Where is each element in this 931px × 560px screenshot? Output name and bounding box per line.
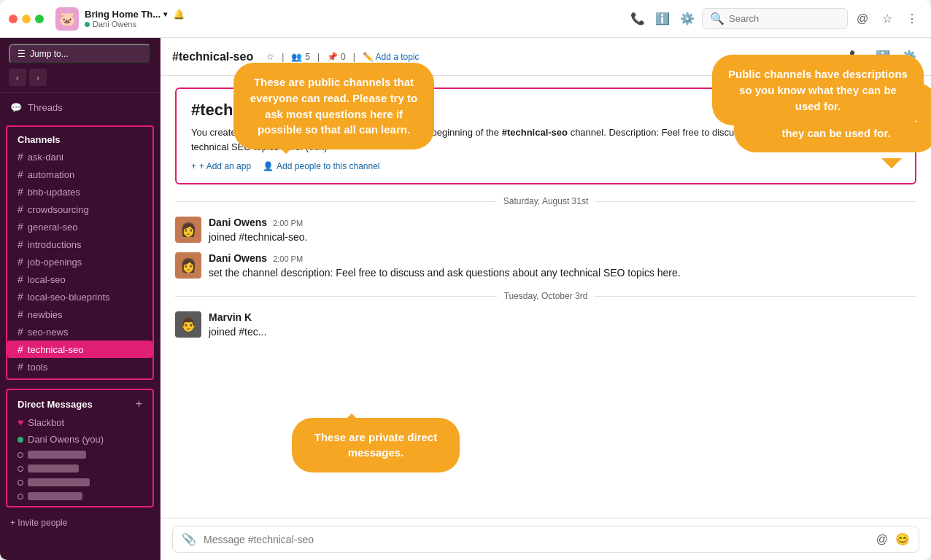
content-area: #technical-seo ☆ | 👥 5 | 📌 0 | ✏️ bbox=[161, 38, 931, 560]
search-input[interactable] bbox=[729, 13, 831, 24]
date-text-1: Saturday, August 31st bbox=[503, 196, 589, 206]
channel-name: general-seo bbox=[28, 222, 78, 233]
grid-icon: ☰ bbox=[18, 49, 26, 59]
add-app-label: + Add an app bbox=[199, 161, 251, 171]
user-name-text: Dani Owens bbox=[93, 20, 136, 28]
sidebar-top: ☰ Jump to... ‹ › bbox=[0, 38, 160, 93]
back-arrow[interactable]: ‹ bbox=[9, 69, 26, 86]
offline-status-dot bbox=[18, 466, 23, 472]
message-header-3: Marvin K bbox=[209, 311, 916, 323]
emoji-icon[interactable]: 😊 bbox=[895, 532, 910, 546]
minimize-button[interactable] bbox=[22, 15, 31, 23]
add-topic-text: Add a topic bbox=[376, 52, 420, 62]
dm-add-button[interactable]: + bbox=[136, 397, 142, 411]
sidebar-item-threads[interactable]: 💬 Threads bbox=[0, 98, 160, 117]
hash-icon: # bbox=[18, 308, 23, 320]
channels-header: Channels bbox=[7, 130, 152, 148]
jump-to-button[interactable]: ☰ Jump to... bbox=[9, 44, 151, 64]
star-icon[interactable]: ☆ bbox=[877, 9, 897, 29]
dm-item-blurred-1[interactable] bbox=[7, 448, 152, 462]
channel-item-crowdsourcing[interactable]: # crowdsourcing bbox=[7, 201, 152, 218]
search-box[interactable]: 🔍 bbox=[702, 8, 848, 29]
pipe-divider: | bbox=[353, 52, 355, 62]
message-content-3: Marvin K joined #tec... bbox=[209, 311, 916, 340]
avatar-dani-2: 👩 bbox=[175, 252, 201, 279]
message-text-2: set the channel description: Feel free t… bbox=[209, 265, 916, 281]
info-header-icon[interactable]: ℹ️ bbox=[873, 47, 893, 67]
header-right-icons: 📞 ℹ️ ⚙️ bbox=[846, 47, 919, 67]
settings-header-icon[interactable]: ⚙️ bbox=[899, 47, 919, 67]
channel-item-tools[interactable]: # tools bbox=[7, 358, 152, 376]
offline-status-dot bbox=[18, 452, 23, 458]
channel-item-local-seo-blueprints[interactable]: # local-seo-blueprints bbox=[7, 288, 152, 306]
phone-header-icon[interactable]: 📞 bbox=[846, 47, 867, 67]
message-content-2: Dani Owens 2:00 PM set the channel descr… bbox=[209, 252, 916, 281]
channel-item-ask-dani[interactable]: # ask-dani bbox=[7, 148, 152, 166]
dm-name: Slackbot bbox=[28, 417, 64, 428]
channel-item-technical-seo[interactable]: # technical-seo bbox=[7, 341, 152, 358]
channel-item-seo-news[interactable]: # seo-news bbox=[7, 323, 152, 341]
members-number: 5 bbox=[305, 52, 310, 62]
star-meta-icon[interactable]: ☆ bbox=[266, 52, 274, 62]
at-icon[interactable]: @ bbox=[852, 9, 873, 29]
pipe-divider: | bbox=[317, 52, 320, 62]
info-icon[interactable]: ℹ️ bbox=[652, 9, 673, 29]
add-topic-link[interactable]: ✏️ Add a topic bbox=[363, 52, 420, 62]
channel-item-introductions[interactable]: # introductions bbox=[7, 236, 152, 253]
channel-item-automation[interactable]: # automation bbox=[7, 166, 152, 183]
dm-item-slackbot[interactable]: ♥ Slackbot bbox=[7, 413, 152, 431]
channel-item-general-seo[interactable]: # general-seo bbox=[7, 218, 152, 236]
edit-link[interactable]: edit bbox=[309, 141, 324, 152]
more-icon[interactable]: ⋮ bbox=[902, 9, 922, 29]
workspace-name-text: Bring Home Th... bbox=[85, 9, 161, 20]
chat-area: #technical-seo You created this channel … bbox=[161, 76, 931, 518]
offline-status-dot bbox=[18, 494, 23, 499]
channel-item-job-openings[interactable]: # job-openings bbox=[7, 253, 152, 271]
message-author-2: Dani Owens bbox=[209, 252, 267, 264]
pipe-divider: | bbox=[282, 52, 284, 62]
avatar-dani-1: 👩 bbox=[175, 217, 201, 243]
dm-item-blurred-4[interactable] bbox=[7, 489, 152, 503]
channel-name: technical-seo bbox=[28, 344, 84, 355]
channel-name: automation bbox=[28, 169, 74, 180]
maximize-button[interactable] bbox=[35, 15, 44, 23]
title-bar-right: 📞 ℹ️ ⚙️ 🔍 @ ☆ ⋮ bbox=[627, 8, 922, 29]
heart-icon: ♥ bbox=[18, 416, 23, 428]
channel-item-bhb-updates[interactable]: # bhb-updates bbox=[7, 183, 152, 201]
message-1: 👩 Dani Owens 2:00 PM joined #technical-s… bbox=[175, 217, 916, 245]
message-header-1: Dani Owens 2:00 PM bbox=[209, 217, 916, 228]
dm-item-blurred-2[interactable] bbox=[7, 462, 152, 475]
add-people-button[interactable]: 👤 Add people to this channel bbox=[263, 161, 379, 171]
forward-arrow[interactable]: › bbox=[29, 69, 47, 86]
phone-icon[interactable]: 📞 bbox=[627, 9, 648, 29]
chevron-down-icon[interactable]: ▾ bbox=[163, 10, 167, 18]
dm-item-dani-owens[interactable]: Dani Owens (you) bbox=[7, 431, 152, 448]
pin-icon: 📌 bbox=[327, 52, 338, 62]
person-icon: 👥 bbox=[291, 52, 302, 62]
invite-label: + Invite people bbox=[10, 518, 67, 528]
date-divider-2: Tuesday, October 3rd bbox=[175, 291, 916, 301]
attachment-icon[interactable]: 📎 bbox=[182, 532, 196, 546]
traffic-lights bbox=[9, 15, 44, 23]
close-button[interactable] bbox=[9, 15, 18, 23]
dm-item-blurred-3[interactable] bbox=[7, 475, 152, 489]
hash-icon: # bbox=[18, 343, 23, 355]
at-message-icon[interactable]: @ bbox=[876, 533, 888, 546]
message-time-1: 2:00 PM bbox=[273, 219, 303, 228]
message-input[interactable] bbox=[204, 534, 869, 545]
pins-count[interactable]: 📌 0 bbox=[327, 52, 346, 62]
blurred-name bbox=[28, 492, 82, 500]
settings-icon[interactable]: ⚙️ bbox=[677, 9, 698, 29]
hash-icon: # bbox=[18, 326, 23, 338]
message-input-box: 📎 @ 😊 bbox=[172, 526, 919, 553]
hash-icon: # bbox=[18, 291, 23, 303]
hash-icon: # bbox=[18, 203, 23, 215]
add-app-button[interactable]: + + Add an app bbox=[191, 161, 251, 171]
message-content-1: Dani Owens 2:00 PM joined #technical-seo… bbox=[209, 217, 916, 245]
channel-item-local-seo[interactable]: # local-seo bbox=[7, 271, 152, 288]
bell-icon[interactable]: 🔔 bbox=[173, 9, 185, 20]
threads-label: Threads bbox=[28, 102, 63, 113]
members-count[interactable]: 👥 5 bbox=[291, 52, 310, 62]
invite-button[interactable]: + Invite people bbox=[0, 513, 160, 532]
channel-item-newbies[interactable]: # newbies bbox=[7, 306, 152, 323]
